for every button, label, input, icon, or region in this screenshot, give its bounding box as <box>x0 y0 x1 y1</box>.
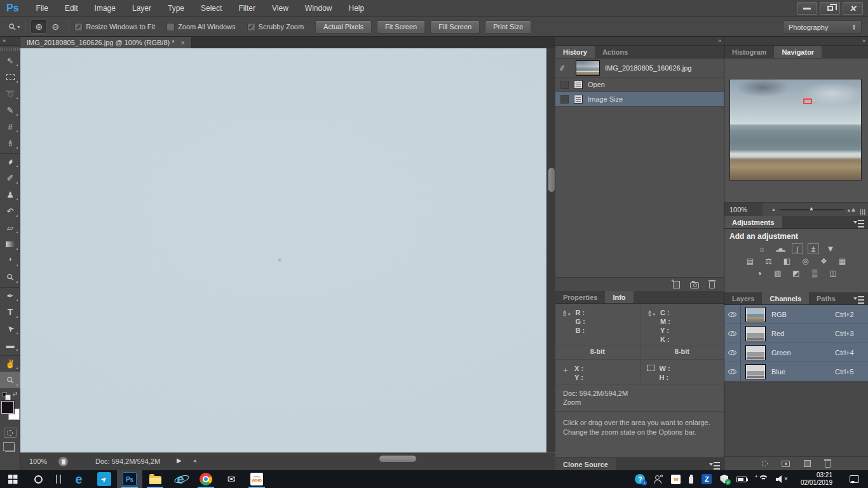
taskbar-file-explorer[interactable] <box>142 470 168 488</box>
lasso-tool[interactable]: ➰ <box>0 85 20 102</box>
tray-volume[interactable]: × <box>776 475 789 484</box>
panel-resize-grip[interactable] <box>860 209 866 215</box>
invert-icon[interactable]: ◑ <box>752 268 766 278</box>
clone-stamp-tool[interactable]: ♟ <box>0 186 20 203</box>
tray-wind[interactable]: W <box>671 475 681 484</box>
preset-button[interactable]: Fill Screen <box>430 20 480 34</box>
option-checkbox[interactable]: ✓ Scrubby Zoom <box>247 23 304 31</box>
hscroll-left-arrow-icon[interactable]: ◄ <box>192 458 197 464</box>
zoom-in-button[interactable]: ⊕ <box>31 20 47 34</box>
workspace-switcher[interactable]: Photography ▲▼ <box>783 20 862 34</box>
taskbar-chrome[interactable] <box>193 470 219 488</box>
panel-collapse-button[interactable]: » <box>555 37 724 46</box>
channel-row[interactable]: Blue Ctrl+5 <box>724 362 868 381</box>
panel-tab[interactable]: Navigator <box>774 46 822 58</box>
channel-mixer-icon[interactable]: ❖ <box>817 255 831 266</box>
crop-tool[interactable]: # <box>0 118 20 135</box>
vertical-scrollbar[interactable] <box>546 48 555 452</box>
tray-help[interactable]: ? i <box>635 474 645 484</box>
status-zoom-level[interactable]: 100% <box>29 458 47 465</box>
status-flyout-icon[interactable]: ▶ <box>177 457 182 464</box>
panel-tab[interactable]: Histogram <box>724 46 774 58</box>
restore-button[interactable] <box>820 2 840 15</box>
menu-item[interactable]: Layer <box>124 0 159 17</box>
minimize-button[interactable] <box>797 2 817 15</box>
panel-tab[interactable]: Actions <box>595 46 635 58</box>
history-state-row[interactable]: Image Size <box>555 92 724 107</box>
rectangle-tool[interactable]: ▬ <box>0 337 20 353</box>
navigator-zoom-field[interactable]: 100% <box>724 203 763 216</box>
posterize-icon[interactable]: ▨ <box>771 268 785 278</box>
delete-channel-icon[interactable] <box>825 461 831 468</box>
eyedropper-icon[interactable]: ✑ <box>646 310 654 316</box>
preset-button[interactable]: Actual Pixels <box>315 20 372 34</box>
hand-tool[interactable]: ✌ <box>0 355 20 372</box>
action-center-icon[interactable] <box>850 475 859 483</box>
curves-icon[interactable]: ∫ <box>792 243 803 254</box>
swap-colors-icon[interactable]: ⇄ <box>13 391 18 397</box>
tray-usb[interactable] <box>689 475 693 484</box>
zoom-in-icon[interactable]: ▲▲ <box>846 206 856 213</box>
tray-zonealarm[interactable]: Z <box>702 474 712 484</box>
toolbar-collapse-button[interactable]: » <box>0 37 20 46</box>
eyedropper-tool[interactable]: ✑ <box>0 135 20 151</box>
task-view-button[interactable] <box>51 470 66 488</box>
taskbar-mail[interactable]: ✉ <box>219 470 244 488</box>
menu-item[interactable]: File <box>28 0 57 17</box>
rectangular-marquee-tool[interactable] <box>0 69 20 85</box>
tab-close-icon[interactable]: × <box>181 39 185 46</box>
channel-row[interactable]: Red Ctrl+3 <box>724 324 868 343</box>
spot-healing-brush-tool[interactable]: ▰ <box>0 153 20 170</box>
history-state-row[interactable]: Open <box>555 78 724 92</box>
history-brush-source-icon[interactable]: ✐ <box>559 62 571 73</box>
tray-defender[interactable]: ✓ <box>720 475 728 484</box>
zoom-out-icon[interactable]: ▲ <box>771 207 776 212</box>
vibrance-icon[interactable]: ▼ <box>824 243 837 254</box>
zoom-out-button[interactable]: ⊖ <box>47 20 64 34</box>
taskbar-edge[interactable]: e <box>66 470 92 488</box>
menu-item[interactable]: View <box>264 0 297 17</box>
new-document-from-state-icon[interactable] <box>673 281 680 288</box>
black-white-icon[interactable]: ◧ <box>780 255 794 266</box>
gradient-map-icon[interactable]: ▒ <box>808 268 822 278</box>
screen-mode-button[interactable] <box>5 444 15 452</box>
panel-tab[interactable]: Info <box>605 291 633 303</box>
toolbar-grip[interactable] <box>0 47 20 51</box>
selective-color-icon[interactable]: ◫ <box>826 268 840 278</box>
tray-network[interactable]: * <box>755 475 768 483</box>
preset-button[interactable]: Print Size <box>485 20 531 34</box>
taskbar-app[interactable]: ➤ <box>92 470 117 488</box>
slider-thumb[interactable]: ▲ <box>808 205 814 212</box>
current-tool-button[interactable]: ⚲ ▾ <box>9 22 20 32</box>
horizontal-scrollbar-thumb[interactable] <box>379 456 416 462</box>
panel-menu-icon[interactable] <box>853 219 864 226</box>
history-source-well[interactable] <box>560 95 569 104</box>
dodge-tool[interactable]: ⚲ <box>0 269 20 285</box>
panel-tab[interactable]: Channels <box>762 292 809 304</box>
load-selection-icon[interactable] <box>762 461 768 466</box>
navigator-zoom-slider[interactable]: ▲ <box>780 203 844 216</box>
tray-people[interactable] <box>653 475 663 484</box>
close-button[interactable]: ✕ <box>843 2 863 15</box>
color-lookup-icon[interactable]: ▦ <box>836 255 850 266</box>
menu-item[interactable]: Help <box>341 0 373 17</box>
history-brush-tool[interactable]: ↶ <box>0 203 20 219</box>
panel-collapse-button[interactable]: » <box>724 37 868 46</box>
panel-menu-icon[interactable] <box>709 461 720 468</box>
history-source-well[interactable] <box>560 81 569 89</box>
channel-row[interactable]: Green Ctrl+4 <box>724 343 868 362</box>
panel-tab[interactable]: History <box>555 46 595 58</box>
panel-tab[interactable]: Layers <box>724 292 762 304</box>
hue-saturation-icon[interactable]: ▤ <box>743 255 757 266</box>
channel-row[interactable]: RGB Ctrl+2 <box>724 305 868 324</box>
menu-item[interactable]: Filter <box>230 0 264 17</box>
brush-tool[interactable]: ✐ <box>0 170 20 186</box>
start-button[interactable] <box>0 470 25 488</box>
tray-battery[interactable] <box>736 477 747 482</box>
move-tool[interactable]: ⇖ <box>0 52 20 69</box>
exposure-icon[interactable]: ± <box>808 243 819 254</box>
save-selection-icon[interactable] <box>782 461 790 467</box>
default-colors-icon[interactable] <box>3 392 7 396</box>
document-tab[interactable]: IMG_20180805_160626.jpg @ 100% (RGB/8) *… <box>20 37 192 48</box>
preset-button[interactable]: Fit Screen <box>377 20 425 34</box>
